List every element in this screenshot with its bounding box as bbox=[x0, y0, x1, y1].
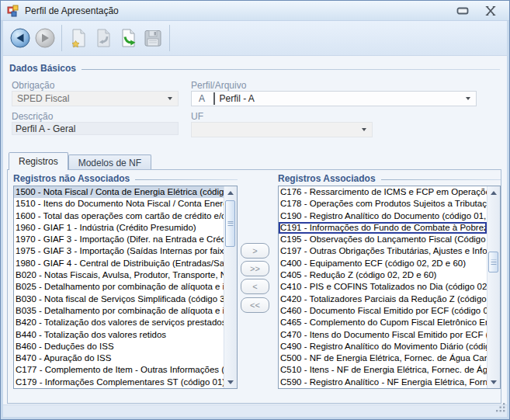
triangle-up-icon bbox=[227, 191, 234, 195]
associated-group-header: Registros Associados bbox=[278, 173, 501, 184]
new-record-button[interactable] bbox=[66, 26, 91, 50]
list-item[interactable]: B025 - Detalhamento por combinação de al… bbox=[14, 281, 224, 293]
list-item[interactable]: C197 - Outras Obrigações Tributárias, Aj… bbox=[279, 245, 487, 257]
list-item[interactable]: 1975 - GIAF 3 - Importação (Saídas Inter… bbox=[14, 245, 224, 257]
uf-label: UF bbox=[191, 111, 203, 122]
obrigacao-label: Obrigação bbox=[12, 80, 54, 91]
close-button[interactable] bbox=[483, 5, 498, 17]
list-item[interactable]: C176 - Ressarcimento de ICMS e FCP em Op… bbox=[279, 186, 487, 198]
dropdown-arrow-icon[interactable] bbox=[358, 123, 370, 137]
dropdown-arrow-icon[interactable] bbox=[164, 92, 176, 106]
unassociated-group-header: Registros não Associados bbox=[13, 173, 238, 184]
list-item[interactable]: C420 - Totalizadores Parciais da Redução… bbox=[279, 293, 487, 305]
move-right-button[interactable]: > bbox=[241, 243, 269, 259]
unassociated-listbox[interactable]: 1500 - Nota Fiscal / Conta de Energia El… bbox=[13, 186, 238, 389]
uf-combobox[interactable] bbox=[191, 122, 373, 137]
titlebar[interactable]: Perfil de Apresentação bbox=[1, 1, 509, 21]
list-item[interactable]: C510 - Itens - NF de Energia Elétrica, F… bbox=[279, 364, 487, 376]
perfil-arquivo-label: Perfil/Arquivo bbox=[191, 80, 246, 91]
group-title-line bbox=[381, 179, 501, 180]
perfil-value: Perfil - A bbox=[220, 93, 255, 104]
new-document-star-icon bbox=[68, 27, 89, 49]
list-item[interactable]: C191 - Informações do Fundo de Combate à… bbox=[279, 222, 487, 234]
list-item[interactable]: C470 - Itens do Documento Fiscal Emitido… bbox=[279, 329, 487, 341]
list-item[interactable]: C490 - Registro Analítico do Movimento D… bbox=[279, 341, 487, 352]
perfil-code: A bbox=[192, 92, 212, 106]
descricao-value: Perfil A - Geral bbox=[16, 123, 75, 134]
list-item[interactable]: C500 - NF de Energia Elétrica, Fornec. d… bbox=[279, 352, 487, 364]
winforms-app-icon bbox=[7, 5, 19, 17]
list-item[interactable]: B440 - Totalização dos valores retidos bbox=[14, 329, 224, 341]
forward-button[interactable] bbox=[33, 26, 57, 50]
minimize-icon bbox=[456, 7, 469, 16]
list-item[interactable]: 1500 - Nota Fiscal / Conta de Energia El… bbox=[14, 186, 224, 198]
list-item[interactable]: 1510 - Itens do Documento Nota Fiscal / … bbox=[14, 198, 224, 210]
client-area: Dados Básicos Obrigação SPED Fiscal Perf… bbox=[3, 56, 507, 417]
associated-rows: C176 - Ressarcimento de ICMS e FCP em Op… bbox=[279, 186, 487, 388]
revert-button[interactable] bbox=[91, 26, 116, 50]
scroll-down-button[interactable] bbox=[487, 376, 500, 388]
list-item[interactable]: C410 - PIS e COFINS Totalizados no Dia (… bbox=[279, 281, 487, 293]
obrigacao-combobox[interactable]: SPED Fiscal bbox=[12, 91, 179, 106]
resize-grip-icon bbox=[496, 403, 505, 412]
move-all-right-button[interactable]: >> bbox=[241, 261, 269, 276]
back-button[interactable] bbox=[8, 26, 33, 50]
list-item[interactable]: C195 - Observações do Lançamento Fiscal … bbox=[279, 234, 487, 245]
toolbar-separator bbox=[61, 25, 62, 51]
triangle-up-icon bbox=[491, 191, 497, 195]
group-title: Registros Associados bbox=[278, 173, 376, 184]
list-item[interactable]: B470 - Apuração do ISS bbox=[14, 352, 224, 364]
dropdown-arrow-icon[interactable] bbox=[462, 92, 474, 106]
status-strip bbox=[3, 404, 507, 417]
list-item[interactable]: B020 - Notas Fiscais, Avulsa, Produtor, … bbox=[14, 269, 224, 281]
list-item[interactable]: C590 - Registro Analítico - NF Energia E… bbox=[279, 377, 487, 388]
unassociated-rows: 1500 - Nota Fiscal / Conta de Energia El… bbox=[14, 186, 224, 388]
list-item[interactable]: C190 - Registro Analítico do Documento (… bbox=[279, 210, 487, 222]
list-item[interactable]: 1970 - GIAF 3 - Importação (Difer. na En… bbox=[14, 234, 224, 245]
group-title: Dados Básicos bbox=[9, 63, 76, 74]
apply-button[interactable] bbox=[116, 26, 141, 50]
window-title: Perfil de Apresentação bbox=[25, 5, 119, 16]
triangle-down-icon bbox=[227, 380, 234, 384]
list-item[interactable]: B035 - Detalhamento por combinação de al… bbox=[14, 305, 224, 317]
registros-tab-page: Registros não Associados Registros Assoc… bbox=[7, 169, 501, 404]
list-item[interactable]: 1980 - GIAF 4 - Central de Distribuição … bbox=[14, 258, 224, 269]
list-item[interactable]: 1600 - Total das operações com cartão de… bbox=[14, 210, 224, 222]
list-item[interactable]: C179 - Informações Complementares ST (có… bbox=[14, 377, 224, 388]
close-icon bbox=[485, 6, 496, 16]
apply-document-green-arrow-icon bbox=[117, 27, 139, 49]
scroll-up-button[interactable] bbox=[224, 186, 237, 199]
list-item[interactable]: 1960 - GIAF 1 - Indústria (Crédito Presu… bbox=[14, 222, 224, 234]
vertical-scrollbar[interactable] bbox=[224, 186, 237, 388]
tab-registros[interactable]: Registros bbox=[9, 152, 68, 170]
scroll-down-button[interactable] bbox=[224, 376, 237, 388]
scrollbar-thumb[interactable] bbox=[225, 200, 235, 247]
move-all-left-button[interactable]: << bbox=[241, 297, 269, 313]
scrollbar-thumb[interactable] bbox=[488, 252, 498, 272]
list-item[interactable]: C177 - Complemento de Item - Outras Info… bbox=[14, 364, 224, 376]
tab-modelos-de-nf[interactable]: Modelos de NF bbox=[68, 154, 151, 170]
list-item[interactable]: C400 - Equipamento ECF (código 02, 2D e … bbox=[279, 258, 487, 269]
perfil-arquivo-combobox[interactable]: A Perfil - A bbox=[191, 91, 477, 106]
list-item[interactable]: B420 - Totalização dos valores de serviç… bbox=[14, 317, 224, 328]
obrigacao-value: SPED Fiscal bbox=[17, 93, 69, 104]
scroll-up-button[interactable] bbox=[487, 186, 500, 199]
descricao-label: Descrição bbox=[12, 111, 53, 122]
move-left-button[interactable]: < bbox=[241, 279, 269, 294]
group-title-line bbox=[135, 179, 238, 180]
save-button[interactable] bbox=[141, 26, 165, 50]
list-item[interactable]: B460 - Deduções do ISS bbox=[14, 341, 224, 352]
list-item[interactable]: C465 - Complemento do Cupom Fiscal Eletr… bbox=[279, 317, 487, 328]
list-item[interactable]: C460 - Documento Fiscal Emitido por ECF … bbox=[279, 305, 487, 317]
back-icon bbox=[9, 27, 31, 49]
toolbar bbox=[3, 21, 507, 56]
minimize-button[interactable] bbox=[455, 5, 470, 17]
list-item[interactable]: C178 - Operações com Produtos Sujeitos a… bbox=[279, 198, 487, 210]
field-divider bbox=[213, 92, 215, 105]
list-item[interactable]: C405 - Redução Z (código 02, 2D e 60) bbox=[279, 269, 487, 281]
associated-listbox[interactable]: C176 - Ressarcimento de ICMS e FCP em Op… bbox=[278, 186, 501, 389]
list-item[interactable]: B030 - Nota fiscal de Serviços Simplific… bbox=[14, 293, 224, 305]
vertical-scrollbar[interactable] bbox=[487, 186, 500, 388]
tab-strip: Registros Modelos de NF bbox=[9, 152, 151, 170]
descricao-field[interactable]: Perfil A - Geral bbox=[12, 122, 179, 135]
